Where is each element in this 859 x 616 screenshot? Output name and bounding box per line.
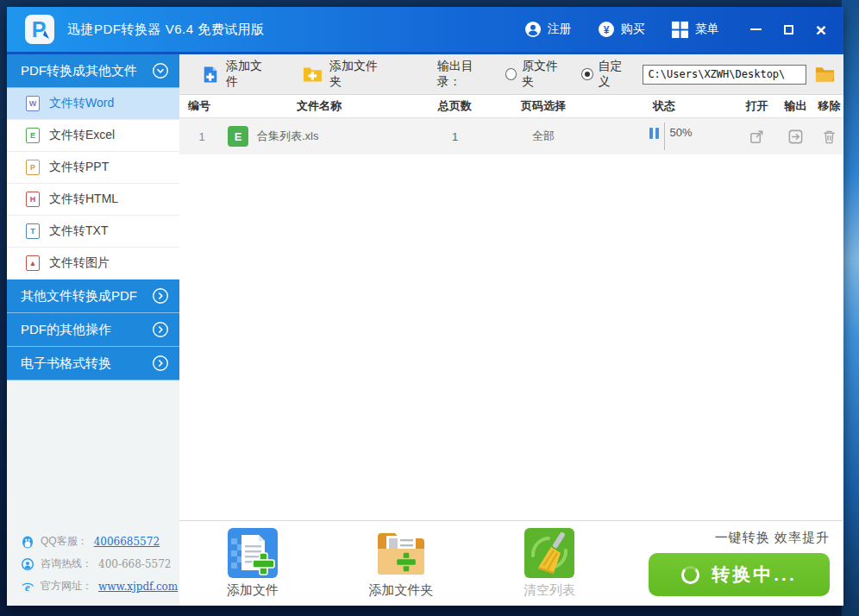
table-header: 编号 文件名称 总页数 页码选择 状态 打开 输出 移除: [179, 95, 843, 118]
buy-button[interactable]: ¥ 购买: [598, 21, 645, 38]
add-folder-button[interactable]: 添加文件夹: [303, 59, 386, 90]
slogan-text: 一键转换 效率提升: [715, 530, 830, 546]
col-filename: 文件名称: [224, 98, 414, 114]
excel-file-icon: E: [228, 126, 248, 147]
row-filename-cell: E 合集列表.xls: [224, 126, 414, 147]
sidebar-item-pdf-to-ppt[interactable]: P 文件转PPT: [7, 152, 179, 184]
website-row: e 官方网址：www.xjpdf.com: [21, 579, 178, 594]
big-add-folder-button[interactable]: 添加文件夹: [362, 528, 440, 599]
item-label: 文件转PPT: [49, 160, 109, 175]
sidebar-item-pdf-to-txt[interactable]: T 文件转TXT: [7, 216, 179, 248]
file-list-empty-area: [179, 154, 843, 520]
yen-icon: ¥: [598, 21, 615, 38]
big-clear-list-label: 清空列表: [524, 582, 575, 599]
radio-custom-folder[interactable]: 自定义: [581, 59, 632, 90]
sidebar: PDF转换成其他文件 W 文件转Word E 文件转Excel P 文件转PPT…: [7, 54, 179, 606]
main-panel: 添加文件 添加文件夹 输出目录： 原文件夹 自定义: [179, 54, 843, 606]
section-label: 其他文件转换成PDF: [21, 288, 137, 305]
titlebar: P 迅捷PDF转换器 V6.4 免费试用版 注册 ¥ 购买: [7, 7, 843, 54]
big-add-folder-icon: [376, 528, 426, 578]
col-pages: 总页数: [414, 98, 496, 114]
radio-on-icon: [581, 68, 593, 80]
app-title: 迅捷PDF转换器 V6.4 免费试用版: [67, 22, 265, 38]
browse-folder-button[interactable]: [815, 66, 835, 83]
menu-button[interactable]: 菜单: [671, 21, 719, 39]
item-label: 文件转TXT: [49, 223, 108, 239]
row-index: 1: [179, 130, 224, 143]
chevron-down-icon: [152, 62, 169, 79]
excel-doc-icon: E: [26, 128, 40, 143]
row-pages: 1: [414, 130, 496, 143]
chevron-right-icon: [152, 355, 169, 372]
sidebar-section-ebook-convert[interactable]: 电子书格式转换: [7, 347, 179, 380]
section-label: 电子书格式转换: [21, 355, 111, 372]
register-button[interactable]: 注册: [524, 21, 572, 38]
maximize-button[interactable]: [784, 20, 793, 39]
minimize-icon: [750, 28, 762, 30]
sidebar-item-pdf-to-excel[interactable]: E 文件转Excel: [7, 120, 179, 152]
add-file-icon: [202, 66, 219, 84]
website-label: 官方网址：: [41, 579, 92, 594]
window-controls: ×: [750, 20, 826, 39]
footer: 添加文件: [179, 520, 843, 606]
ppt-doc-icon: P: [26, 160, 40, 175]
sidebar-item-pdf-to-html[interactable]: H 文件转HTML: [7, 184, 179, 216]
radio-custom-label: 自定义: [599, 59, 633, 90]
chevron-right-icon: [152, 287, 169, 305]
browser-icon: e: [21, 580, 34, 594]
open-output-icon[interactable]: [787, 129, 804, 145]
maximize-icon: [784, 25, 793, 35]
item-label: 文件转Excel: [49, 128, 115, 143]
output-path-input[interactable]: [643, 65, 806, 85]
trash-icon[interactable]: [821, 129, 837, 145]
sidebar-item-pdf-to-image[interactable]: ▲ 文件转图片: [7, 248, 179, 280]
open-file-icon[interactable]: [749, 129, 765, 145]
big-clear-list-button[interactable]: 清空列表: [511, 528, 588, 599]
row-filename: 合集列表.xls: [257, 129, 319, 144]
big-add-file-button[interactable]: 添加文件: [214, 528, 292, 599]
desktop-wallpaper: [842, 0, 859, 616]
sidebar-section-pdf-other-ops[interactable]: PDF的其他操作: [7, 313, 179, 347]
big-add-file-label: 添加文件: [227, 582, 279, 599]
big-clear-list-icon: [524, 528, 574, 578]
convert-button-label: 转换中...: [712, 563, 797, 587]
row-open-cell: [737, 129, 776, 145]
chevron-right-icon: [152, 321, 169, 338]
col-remove: 移除: [815, 98, 843, 114]
row-status-cell: 50%: [591, 123, 737, 149]
sidebar-section-other-to-pdf[interactable]: 其他文件转换成PDF: [7, 280, 179, 313]
convert-button[interactable]: 转换中...: [649, 553, 830, 596]
contact-info: QQ客服：4006685572 咨询热线：400-668-5572 e: [21, 534, 178, 594]
item-label: 文件转HTML: [49, 192, 118, 207]
qq-number-link[interactable]: 4006685572: [94, 536, 160, 548]
col-index: 编号: [179, 98, 224, 114]
sidebar-item-pdf-to-word[interactable]: W 文件转Word: [7, 88, 179, 120]
footer-big-buttons: 添加文件: [179, 521, 659, 606]
table-row: 1 E 合集列表.xls 1 全部 50%: [179, 118, 843, 154]
close-button[interactable]: ×: [816, 20, 826, 39]
radio-off-icon: [505, 68, 517, 80]
row-page-range[interactable]: 全部: [496, 129, 591, 144]
txt-doc-icon: T: [26, 223, 40, 239]
minimize-button[interactable]: [750, 20, 762, 39]
register-label: 注册: [548, 22, 572, 37]
sidebar-section-pdf-to-other[interactable]: PDF转换成其他文件: [7, 54, 179, 88]
item-label: 文件转图片: [49, 255, 110, 271]
website-link[interactable]: www.xjpdf.com: [98, 581, 178, 593]
qq-service-row: QQ客服：4006685572: [21, 534, 178, 549]
menu-grid-icon: [671, 21, 689, 39]
item-label: 文件转Word: [49, 96, 114, 111]
buy-label: 购买: [621, 22, 645, 37]
image-doc-icon: ▲: [26, 255, 40, 271]
svg-text:P: P: [32, 17, 47, 41]
hotline-number: 400-668-5572: [98, 558, 171, 570]
hotline-row: 咨询热线：400-668-5572: [21, 556, 178, 571]
add-file-button[interactable]: 添加文件: [202, 59, 272, 90]
col-open: 打开: [737, 98, 776, 114]
qq-label: QQ客服：: [41, 534, 88, 549]
html-doc-icon: H: [26, 192, 40, 207]
radio-original-folder[interactable]: 原文件夹: [505, 59, 568, 90]
add-folder-icon: [303, 66, 323, 83]
big-add-file-icon: [228, 528, 278, 578]
section-label: PDF的其他操作: [21, 322, 111, 338]
